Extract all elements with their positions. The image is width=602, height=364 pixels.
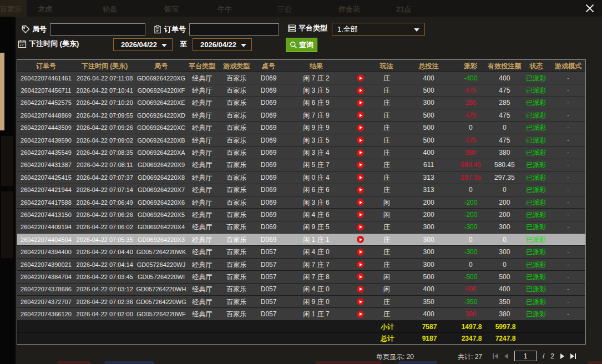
video-play-icon[interactable] xyxy=(357,286,364,293)
cell-platform: 经典厅 xyxy=(188,197,216,208)
video-play-icon[interactable] xyxy=(357,99,364,107)
video-play-icon[interactable] xyxy=(357,87,364,94)
cell-table-no: D069 xyxy=(256,172,281,183)
cell-table-no: D069 xyxy=(256,73,281,84)
video-play-icon[interactable] xyxy=(357,224,364,231)
video-play-icon[interactable] xyxy=(357,236,364,243)
grand-total-label: 总计 xyxy=(370,333,404,344)
cell-status: 已派彩 xyxy=(521,122,551,133)
table-row[interactable]: 260422074413150 2026-04-22 07:06:26 GD06… xyxy=(17,209,585,221)
video-play-icon[interactable] xyxy=(357,311,364,318)
table-row[interactable]: 260422074417588 2026-04-22 07:06:49 GD06… xyxy=(17,196,585,209)
cell-status: 已派彩 xyxy=(521,172,551,183)
grand-total-total-bet: 9187 xyxy=(404,333,454,344)
order-input[interactable] xyxy=(189,23,279,36)
table-row[interactable]: 260422074452575 2026-04-22 07:10:20 GD06… xyxy=(17,97,585,109)
col-play: 玩法 xyxy=(370,60,404,72)
video-play-icon[interactable] xyxy=(357,199,364,206)
date-from-picker[interactable]: 2026/04/22 xyxy=(113,38,173,51)
video-play-icon[interactable] xyxy=(357,186,364,194)
cell-round: GD069264220X7 xyxy=(135,184,188,195)
cell-play: 庄 xyxy=(370,184,404,195)
cell-status: 已派彩 xyxy=(521,110,551,121)
video-play-icon[interactable] xyxy=(357,161,364,169)
cell-round: GD057264220WF xyxy=(135,309,188,320)
cell-game-type: 百家乐 xyxy=(216,259,256,270)
cell-payout: -500 xyxy=(453,271,488,282)
cell-platform: 经典厅 xyxy=(188,234,216,245)
date-to-picker[interactable]: 2026/04/22 xyxy=(193,38,252,51)
video-play-icon[interactable] xyxy=(357,136,364,144)
table-row[interactable]: 260422074461461 2026-04-22 07:11:08 GD06… xyxy=(17,72,585,84)
table-row[interactable]: 260422074439590 2026-04-22 07:09:02 GD06… xyxy=(17,134,585,146)
cell-status: 已派彩 xyxy=(521,197,551,208)
cell-game-mode: - xyxy=(551,197,585,208)
cell-platform: 经典厅 xyxy=(188,172,216,183)
video-play-icon[interactable] xyxy=(357,211,364,218)
video-play-icon[interactable] xyxy=(357,261,364,268)
first-page-icon[interactable] xyxy=(493,353,498,359)
cell-payout: -300 xyxy=(453,246,488,257)
video-play-icon[interactable] xyxy=(357,174,364,181)
cell-platform: 经典厅 xyxy=(188,122,216,133)
table-row[interactable]: 260422074425415 2026-04-22 07:07:37 GD06… xyxy=(17,171,585,184)
table-row[interactable]: 260422074409194 2026-04-22 07:06:02 GD06… xyxy=(17,221,585,234)
table-row[interactable]: 260422074384704 2026-04-22 07:03:45 GD05… xyxy=(17,271,585,283)
table-row[interactable]: 260422074404504 2026-04-22 07:05:35 GD06… xyxy=(17,234,585,246)
next-page-icon[interactable] xyxy=(560,353,564,359)
cell-platform: 经典厅 xyxy=(188,85,216,96)
cell-order: 260422074435549 xyxy=(17,147,75,158)
cell-bet-time: 2026-04-22 07:06:02 xyxy=(75,221,135,232)
cell-valid-bet: 285 xyxy=(488,97,521,108)
cell-status: 已派彩 xyxy=(521,271,551,282)
cell-bet-time: 2026-04-22 07:03:12 xyxy=(75,284,135,295)
cell-valid-bet: 0 xyxy=(488,122,521,133)
background-card-sliver xyxy=(0,53,4,130)
close-icon[interactable] xyxy=(585,3,595,13)
table-row[interactable]: 260422074390021 2026-04-22 07:04:14 GD05… xyxy=(17,259,585,271)
round-input[interactable] xyxy=(50,23,145,36)
round-filter-label: 局号 xyxy=(32,24,47,34)
cell-order: 260422074366120 xyxy=(17,309,75,320)
table-row[interactable]: 260422074456711 2026-04-22 07:10:41 GD06… xyxy=(17,84,585,97)
cell-status: 已派彩 xyxy=(521,147,551,158)
video-play-icon[interactable] xyxy=(357,149,364,156)
video-play-icon[interactable] xyxy=(357,74,364,82)
table-row[interactable]: 260422074435549 2026-04-22 07:08:35 GD06… xyxy=(17,146,585,159)
video-play-icon[interactable] xyxy=(357,124,364,132)
cell-valid-bet: 200 xyxy=(488,197,521,208)
cell-bet-time: 2026-04-22 07:04:14 xyxy=(75,259,135,270)
cell-play: 庄 xyxy=(370,309,404,320)
cell-status: 已派彩 xyxy=(521,135,551,146)
query-button[interactable]: 查询 xyxy=(286,38,317,52)
table-row[interactable]: 260422074366120 2026-04-22 07:02:00 GD05… xyxy=(17,308,585,320)
cell-total-bet: 313 xyxy=(404,172,454,183)
table-row[interactable]: 260422074372707 2026-04-22 07:02:36 GD05… xyxy=(17,296,585,308)
col-game-mode: 游戏模式 xyxy=(551,60,585,72)
cell-status: 已派彩 xyxy=(521,259,551,270)
video-play-icon[interactable] xyxy=(357,273,364,280)
cell-total-bet: 350 xyxy=(404,296,454,307)
video-play-icon[interactable] xyxy=(357,112,364,119)
grand-total-payout: 2347.8 xyxy=(454,333,489,344)
cell-status: 已派彩 xyxy=(521,209,551,220)
cell-round: GD069264220X6 xyxy=(135,197,188,208)
background-tab: 轮盘 xyxy=(103,4,117,14)
cell-payout: 400 xyxy=(453,284,488,295)
table-row[interactable]: 260422074394400 2026-04-22 07:04:40 GD05… xyxy=(17,246,585,258)
prev-page-icon[interactable] xyxy=(504,353,508,359)
platform-select[interactable]: 1.全部 xyxy=(332,23,425,36)
cell-round: GD069264220X8 xyxy=(135,172,188,183)
table-row[interactable]: 260422074431387 2026-04-22 07:08:11 GD06… xyxy=(17,159,585,171)
cell-result: 闲 9 庄 0 xyxy=(281,296,352,307)
table-row[interactable]: 260422074378686 2026-04-22 07:03:12 GD05… xyxy=(17,284,585,296)
video-play-icon[interactable] xyxy=(357,249,364,256)
video-play-icon[interactable] xyxy=(357,298,364,305)
cell-table-no: D057 xyxy=(256,296,281,307)
table-row[interactable]: 260422074443509 2026-04-22 07:09:26 GD06… xyxy=(17,122,585,134)
table-row[interactable]: 260422074448869 2026-04-22 07:09:55 GD06… xyxy=(17,109,585,122)
table-row[interactable]: 260422074421944 2026-04-22 07:07:14 GD06… xyxy=(17,184,585,196)
cell-status: 已派彩 xyxy=(521,246,551,257)
last-page-icon[interactable] xyxy=(570,353,576,359)
cell-result: 闲 1 庄 1 xyxy=(281,234,352,245)
